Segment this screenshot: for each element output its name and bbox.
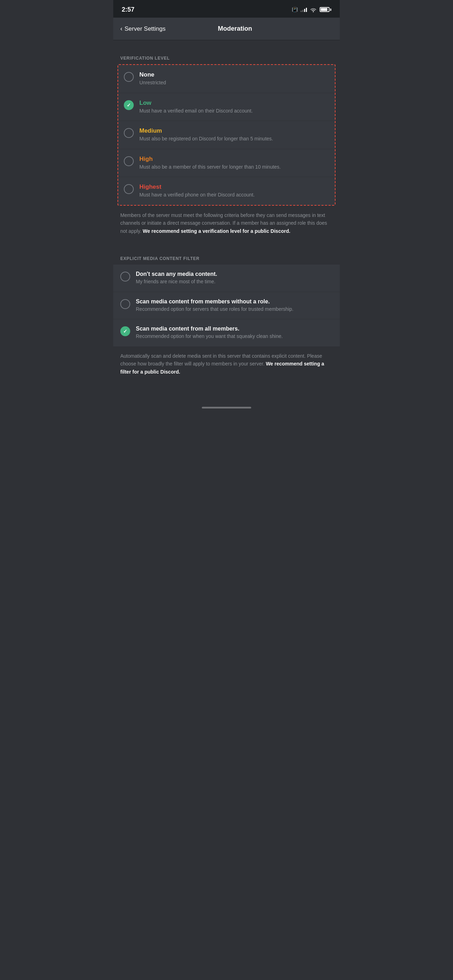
header: ‹ Server Settings Moderation xyxy=(113,18,340,40)
filter-no-role-title: Scan media content from members without … xyxy=(136,298,294,305)
filter-no-scan-option[interactable]: Don't scan any media content. My friends… xyxy=(113,264,340,292)
verification-highest-option[interactable]: Highest Must have a verified phone on th… xyxy=(118,177,335,205)
signal-bar-1 xyxy=(300,11,302,12)
status-icons: 📳 xyxy=(292,7,331,12)
filter-no-scan-radio xyxy=(120,272,130,282)
signal-bar-2 xyxy=(302,10,304,12)
section-gap-1 xyxy=(113,40,340,50)
verification-medium-option[interactable]: Medium Must also be registered on Discor… xyxy=(118,121,335,149)
signal-bar-3 xyxy=(304,9,305,12)
verification-medium-title: Medium xyxy=(139,127,329,134)
page-title: Moderation xyxy=(165,25,304,32)
verification-high-desc: Must also be a member of this server for… xyxy=(139,164,329,171)
filter-scan-all-text: Scan media content from all members. Rec… xyxy=(136,326,283,340)
filter-no-scan-title: Don't scan any media content. xyxy=(136,271,217,277)
section-gap-2 xyxy=(113,240,340,250)
back-button[interactable]: ‹ Server Settings xyxy=(120,25,165,32)
filter-scan-all-option[interactable]: Scan media content from all members. Rec… xyxy=(113,319,340,347)
filter-no-scan-desc: My friends are nice most of the time. xyxy=(136,278,217,285)
status-bar: 2:57 📳 xyxy=(113,0,340,18)
filter-no-role-option[interactable]: Scan media content from members without … xyxy=(113,292,340,320)
verification-description: Members of the server must meet the foll… xyxy=(113,206,340,240)
battery-tip xyxy=(330,8,331,11)
filter-scan-all-title: Scan media content from all members. xyxy=(136,326,283,332)
recording-icon: 📳 xyxy=(292,7,298,12)
verification-none-text: None Unrestricted xyxy=(139,71,329,86)
signal-bars xyxy=(300,7,307,12)
filter-scan-all-radio xyxy=(120,326,130,336)
verification-level-label: VERIFICATION LEVEL xyxy=(113,50,340,64)
wifi-icon xyxy=(310,7,317,12)
section-gap-4 xyxy=(113,391,340,401)
verification-none-title: None xyxy=(139,71,329,78)
battery-fill xyxy=(321,8,327,11)
home-bar xyxy=(202,407,251,409)
verification-high-title: High xyxy=(139,156,329,162)
verification-high-option[interactable]: High Must also be a member of this serve… xyxy=(118,149,335,177)
verification-level-group: None Unrestricted Low Must have a verifi… xyxy=(118,64,335,206)
verification-low-radio xyxy=(124,100,134,110)
explicit-media-filter-group: Don't scan any media content. My friends… xyxy=(113,264,340,347)
status-time: 2:57 xyxy=(122,6,134,13)
battery-indicator xyxy=(319,7,331,12)
verification-none-desc: Unrestricted xyxy=(139,80,329,86)
verification-medium-text: Medium Must also be registered on Discor… xyxy=(139,127,329,143)
content: VERIFICATION LEVEL None Unrestricted Low… xyxy=(113,40,340,401)
signal-bar-4 xyxy=(306,8,307,12)
back-button-label: Server Settings xyxy=(124,25,165,32)
verification-medium-radio xyxy=(124,128,134,138)
verification-low-option[interactable]: Low Must have a verified email on their … xyxy=(118,93,335,121)
verification-none-radio xyxy=(124,72,134,82)
verification-high-radio xyxy=(124,156,134,166)
home-indicator xyxy=(113,401,340,414)
filter-no-role-desc: Recommended option for servers that use … xyxy=(136,306,294,313)
back-arrow-icon: ‹ xyxy=(120,25,122,32)
filter-no-role-radio xyxy=(120,299,130,309)
verification-highest-desc: Must have a verified phone on their Disc… xyxy=(139,192,329,199)
verification-highest-text: Highest Must have a verified phone on th… xyxy=(139,183,329,199)
verification-recommendation-text: We recommend setting a verification leve… xyxy=(143,228,290,234)
verification-medium-desc: Must also be registered on Discord for l… xyxy=(139,135,329,143)
verification-highest-radio xyxy=(124,184,134,194)
verification-low-title: Low xyxy=(139,99,329,107)
verification-low-desc: Must have a verified email on their Disc… xyxy=(139,108,329,115)
verification-low-text: Low Must have a verified email on their … xyxy=(139,99,329,115)
filter-description-block: Automatically scan and delete media sent… xyxy=(113,347,340,381)
section-gap-3 xyxy=(113,381,340,391)
verification-highest-title: Highest xyxy=(139,183,329,191)
verification-none-option[interactable]: None Unrestricted xyxy=(118,65,335,93)
explicit-media-filter-label: EXPLICIT MEDIA CONTENT FILTER xyxy=(113,250,340,264)
filter-no-role-text: Scan media content from members without … xyxy=(136,298,294,313)
filter-scan-all-desc: Recommended option for when you want tha… xyxy=(136,333,283,340)
battery-body xyxy=(319,7,329,12)
verification-high-text: High Must also be a member of this serve… xyxy=(139,156,329,171)
verification-recommendation: We recommend setting a verification leve… xyxy=(143,228,290,234)
filter-no-scan-text: Don't scan any media content. My friends… xyxy=(136,271,217,285)
